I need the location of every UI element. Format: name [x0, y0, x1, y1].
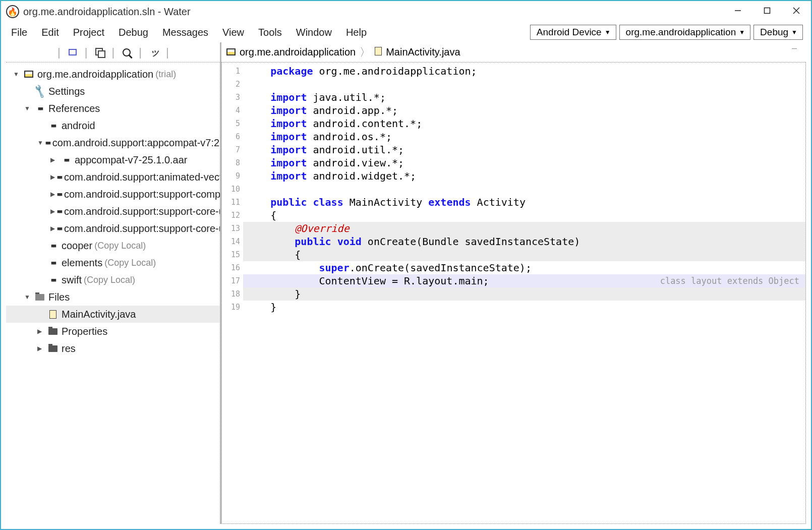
divider: | [166, 46, 169, 59]
project-selector[interactable]: org.me.androidapplication▼ [619, 25, 751, 40]
solution-explorer: | | | | ッ | ▼ org.me.androidapplication … [6, 42, 220, 524]
chevron-right-icon: ▶ [50, 191, 55, 198]
file-icon [375, 46, 382, 58]
breadcrumb-project[interactable]: org.me.androidapplication [240, 46, 356, 58]
tree-ref-cooper[interactable]: ■-■ cooper (Copy Local) [6, 237, 220, 254]
tree-ref-android[interactable]: ■-■ android [6, 117, 220, 134]
tree-ref-swift[interactable]: ■-■ swift (Copy Local) [6, 271, 220, 288]
code-line[interactable]: @Override [243, 222, 805, 235]
tree-ref-elements[interactable]: ■-■ elements (Copy Local) [6, 254, 220, 271]
tree-files[interactable]: ▼ Files [6, 288, 220, 306]
menu-window[interactable]: Window [289, 24, 339, 41]
maximize-button[interactable] [752, 1, 782, 20]
breadcrumb: org.me.androidapplication 〉 MainActivity… [221, 42, 806, 63]
tree-ref-support3[interactable]: ▶ ■-■ com.android.support:support-core-u… [6, 220, 220, 237]
tree-ref-support1[interactable]: ▶ ■-■ com.android.support:support-compat… [6, 186, 220, 203]
menu-help[interactable]: Help [339, 24, 374, 41]
tree-ref-support2[interactable]: ▶ ■-■ com.android.support:support-core-u… [6, 203, 220, 220]
tree-label: swift [62, 274, 82, 286]
tree-label: cooper [62, 240, 92, 252]
code-line[interactable] [243, 183, 805, 196]
tree-ref-anim[interactable]: ▶ ■-■ com.android.support:animated-vecto… [6, 168, 220, 186]
line-number: 1 [222, 65, 243, 78]
chevron-right-icon: ▶ [50, 225, 55, 232]
line-number: 3 [222, 91, 243, 104]
search-icon[interactable] [121, 46, 133, 58]
config-selector[interactable]: Debug▼ [753, 25, 803, 40]
wrench-icon: 🔧 [33, 84, 47, 99]
code-line[interactable]: import android.content.*; [243, 117, 805, 130]
code-line[interactable]: { [243, 248, 805, 261]
chevron-right-icon: ▶ [37, 345, 45, 352]
code-line[interactable]: public void onCreate(Bundle savedInstanc… [243, 235, 805, 248]
folder-open-icon [34, 294, 45, 301]
select-rect-icon[interactable] [67, 46, 79, 58]
line-number: 18 [222, 287, 243, 301]
tab-close-marker[interactable] [791, 47, 801, 57]
tree-label: res [62, 343, 76, 355]
tree-ref-appcompat-aar[interactable]: ▶ ■-■ appcompat-v7-25.1.0.aar [6, 151, 220, 168]
tree-label: MainActivity.java [62, 309, 136, 320]
config-selector-label: Debug [760, 27, 788, 38]
code-line[interactable]: public class MainActivity extends Activi… [243, 196, 805, 209]
menu-tools[interactable]: Tools [251, 24, 289, 41]
duplicate-icon[interactable] [93, 46, 105, 58]
tree-properties[interactable]: ▶ Properties [6, 323, 220, 340]
code-line[interactable] [243, 78, 805, 91]
tree-label: com.android.support:animated-vector-draw… [64, 171, 220, 183]
line-number: 11 [222, 196, 243, 209]
tree-file-mainactivity[interactable]: MainActivity.java [6, 306, 220, 323]
device-selector[interactable]: Android Device▼ [530, 25, 616, 40]
code-hint: class layout extends Object [660, 274, 799, 287]
tree-ref-appcompat-group[interactable]: ▼ ■-■ com.android.support:appcompat-v7:2… [6, 134, 220, 151]
line-number: 10 [222, 183, 243, 196]
tree-suffix: (Copy Local) [104, 258, 156, 268]
editor: org.me.androidapplication 〉 MainActivity… [220, 42, 806, 524]
menu-file[interactable]: File [4, 24, 34, 41]
divider: | [57, 46, 61, 59]
reference-icon: ■-■ [47, 277, 59, 283]
code-text[interactable]: package org.me.androidapplication; impor… [243, 63, 805, 523]
tree-label: android [62, 120, 95, 132]
code-area[interactable]: 12345678910111213141516171819 package or… [221, 63, 806, 524]
code-line[interactable]: } [243, 287, 805, 301]
tree-settings[interactable]: 🔧 Settings [6, 83, 220, 100]
code-line[interactable]: } [243, 301, 805, 314]
line-number: 15 [222, 248, 243, 261]
sidebar-toolbar: | | | | ッ | [6, 42, 220, 63]
code-line[interactable]: super.onCreate(savedInstanceState); [243, 261, 805, 274]
code-line[interactable]: import android.view.*; [243, 156, 805, 169]
menu-messages[interactable]: Messages [155, 24, 215, 41]
code-line[interactable]: import android.util.*; [243, 143, 805, 156]
menu-debug[interactable]: Debug [111, 24, 155, 41]
reference-icon: ■-■ [47, 243, 59, 249]
references-icon: ■-■ [34, 105, 45, 111]
menu-edit[interactable]: Edit [34, 24, 66, 41]
menu-project[interactable]: Project [66, 24, 111, 41]
menubar: File Edit Project Debug Messages View To… [1, 22, 811, 42]
code-line[interactable]: import java.util.*; [243, 91, 805, 104]
minimize-button[interactable] [723, 1, 752, 20]
code-line[interactable]: import android.widget.*; [243, 169, 805, 183]
tree-res[interactable]: ▶ res [6, 340, 220, 357]
code-line[interactable]: import android.app.*; [243, 104, 805, 117]
tree-references[interactable]: ▼ ■-■ References [6, 100, 220, 117]
chevron-down-icon: ▼ [24, 293, 32, 301]
line-number: 14 [222, 235, 243, 248]
code-line[interactable]: package org.me.androidapplication; [243, 65, 805, 78]
code-line[interactable]: ContentView = R.layout.main;class layout… [243, 274, 805, 287]
code-line[interactable]: import android.os.*; [243, 130, 805, 143]
menu-view[interactable]: View [215, 24, 251, 41]
window-title: org.me.androidapplication.sln - Water [23, 6, 191, 18]
breadcrumb-file[interactable]: MainActivity.java [386, 46, 460, 58]
tree-label: Properties [62, 326, 107, 337]
code-line[interactable]: { [243, 209, 805, 222]
tree-suffix: (Copy Local) [84, 275, 135, 285]
close-button[interactable] [782, 1, 811, 20]
window-controls [723, 1, 811, 20]
tree-project-root[interactable]: ▼ org.me.androidapplication (trial) [6, 66, 220, 83]
quick-actions-icon[interactable]: ッ [148, 46, 160, 58]
chevron-right-icon: 〉 [360, 45, 371, 60]
reference-icon: ■-■ [47, 260, 59, 266]
menubar-left: File Edit Project Debug Messages View To… [4, 24, 374, 41]
